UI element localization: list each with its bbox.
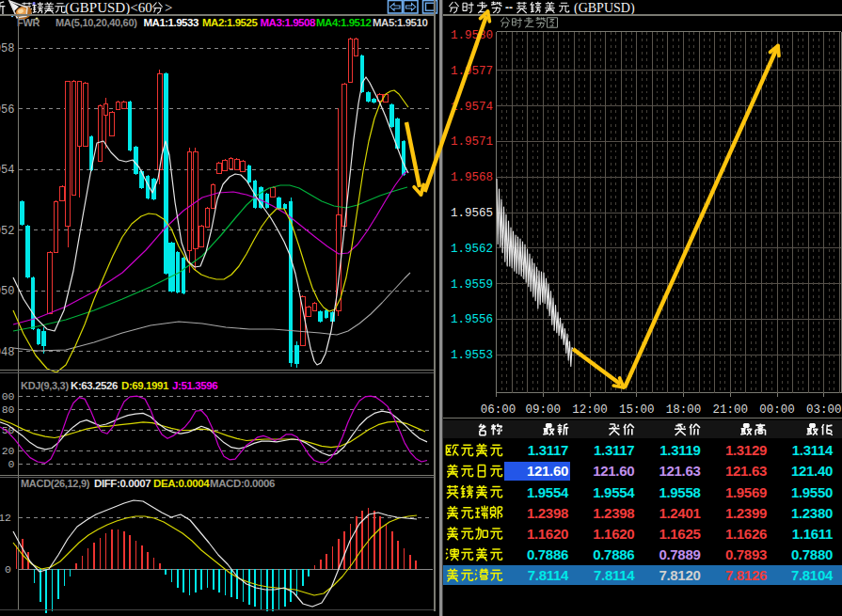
svg-text:1.9569: 1.9569 — [725, 484, 767, 500]
svg-text:1.1611: 1.1611 — [792, 526, 833, 542]
svg-text:1.3117: 1.3117 — [528, 442, 568, 458]
svg-text:1.2399: 1.2399 — [725, 505, 767, 521]
svg-text:(GBPUSD)<60: (GBPUSD)<60 — [65, 0, 152, 16]
svg-text:950: 950 — [0, 285, 15, 298]
svg-text:0: 0 — [8, 458, 15, 470]
svg-text:D:69.1991: D:69.1991 — [121, 380, 169, 391]
svg-text:1.3119: 1.3119 — [659, 442, 700, 458]
svg-text:03:00: 03:00 — [806, 403, 842, 417]
svg-text:7.8104: 7.8104 — [791, 567, 834, 583]
svg-text:7.8114: 7.8114 — [528, 567, 569, 583]
svg-text:952: 952 — [0, 225, 15, 238]
svg-text:06:00: 06:00 — [481, 403, 516, 417]
svg-text:1.9568: 1.9568 — [451, 171, 493, 184]
svg-text:1.9558: 1.9558 — [659, 484, 700, 500]
svg-text:1.9550: 1.9550 — [791, 484, 833, 500]
svg-text:0.7880: 0.7880 — [791, 546, 833, 562]
svg-text:121.40: 121.40 — [791, 463, 833, 479]
svg-text:1.9559: 1.9559 — [451, 278, 493, 292]
svg-text:K:63.2526: K:63.2526 — [71, 380, 118, 391]
svg-text:MA(5,10,20,40,60): MA(5,10,20,40,60) — [56, 17, 137, 28]
svg-text:00:00: 00:00 — [759, 403, 795, 417]
svg-text:20: 20 — [2, 445, 15, 457]
svg-text:954: 954 — [0, 164, 15, 177]
svg-text:1.2401: 1.2401 — [659, 505, 700, 521]
svg-text:121.60: 121.60 — [593, 463, 634, 479]
svg-text:948: 948 — [0, 346, 15, 359]
svg-text:1.9580: 1.9580 — [451, 29, 493, 42]
svg-text:0.7889: 0.7889 — [659, 546, 700, 562]
svg-text:>: > — [165, 0, 172, 15]
svg-text:18:00: 18:00 — [666, 403, 702, 417]
svg-text:MACD(26,12,9): MACD(26,12,9) — [21, 478, 90, 489]
svg-text:DEA:0.0004: DEA:0.0004 — [153, 478, 210, 489]
svg-text:1.3114: 1.3114 — [792, 442, 834, 458]
svg-text:MACD:0.0006: MACD:0.0006 — [210, 478, 275, 489]
svg-text:MA3:1.9508: MA3:1.9508 — [261, 17, 316, 28]
svg-text:1.9577: 1.9577 — [451, 65, 493, 78]
svg-text:1.2398: 1.2398 — [593, 505, 634, 521]
svg-text:0.7893: 0.7893 — [725, 546, 767, 562]
svg-text:012: 012 — [0, 512, 11, 524]
svg-text:50: 50 — [2, 424, 15, 436]
svg-text:7.8126: 7.8126 — [725, 567, 767, 583]
svg-text:MA4:1.9512: MA4:1.9512 — [316, 17, 371, 28]
svg-text:1.9554: 1.9554 — [593, 484, 635, 500]
svg-text:121.63: 121.63 — [725, 463, 767, 479]
svg-text:--: -- — [505, 1, 513, 14]
svg-text:80: 80 — [2, 403, 15, 416]
svg-text:MA1:1.9533: MA1:1.9533 — [144, 17, 199, 28]
svg-text:FWR: FWR — [17, 17, 40, 28]
svg-text:J:51.3596: J:51.3596 — [172, 380, 217, 391]
svg-text:DIFF:0.0007: DIFF:0.0007 — [94, 478, 151, 489]
svg-text:1.9556: 1.9556 — [451, 313, 493, 326]
svg-text:1.1620: 1.1620 — [527, 526, 568, 542]
svg-text:12:00: 12:00 — [572, 403, 608, 417]
svg-text:1.1626: 1.1626 — [725, 526, 767, 542]
svg-text:958: 958 — [0, 42, 15, 55]
svg-text:KDJ(9,3,3): KDJ(9,3,3) — [21, 380, 69, 391]
svg-text:0: 0 — [5, 563, 11, 576]
svg-text:0.7886: 0.7886 — [593, 546, 634, 562]
svg-text:1.9562: 1.9562 — [451, 243, 493, 256]
svg-text:15:00: 15:00 — [619, 403, 655, 417]
svg-text:1.1620: 1.1620 — [593, 526, 634, 542]
svg-text:1.9554: 1.9554 — [527, 484, 569, 500]
svg-text:1.9571: 1.9571 — [451, 135, 493, 149]
svg-text:1.9553: 1.9553 — [451, 349, 493, 362]
svg-text:7.8114: 7.8114 — [594, 567, 635, 583]
svg-text:7.8120: 7.8120 — [659, 567, 700, 583]
svg-text:1.3117: 1.3117 — [594, 442, 634, 458]
svg-text:0.7886: 0.7886 — [527, 546, 568, 562]
svg-text:(GBPUSD): (GBPUSD) — [574, 1, 635, 16]
svg-text:1.2398: 1.2398 — [527, 505, 568, 521]
svg-text:1.3129: 1.3129 — [725, 442, 767, 458]
svg-text:956: 956 — [0, 103, 15, 117]
svg-text:09:00: 09:00 — [525, 403, 561, 417]
svg-text:21:00: 21:00 — [712, 403, 748, 417]
svg-text:MA2:1.9525: MA2:1.9525 — [202, 17, 258, 28]
svg-text:1.1625: 1.1625 — [659, 526, 700, 542]
svg-text:121.60: 121.60 — [527, 463, 568, 479]
svg-text:00: 00 — [2, 390, 15, 403]
svg-text:1.2380: 1.2380 — [791, 505, 833, 521]
svg-text:1.9565: 1.9565 — [451, 207, 493, 220]
svg-text:121.63: 121.63 — [659, 463, 700, 479]
svg-text:MA5:1.9510: MA5:1.9510 — [373, 17, 427, 28]
